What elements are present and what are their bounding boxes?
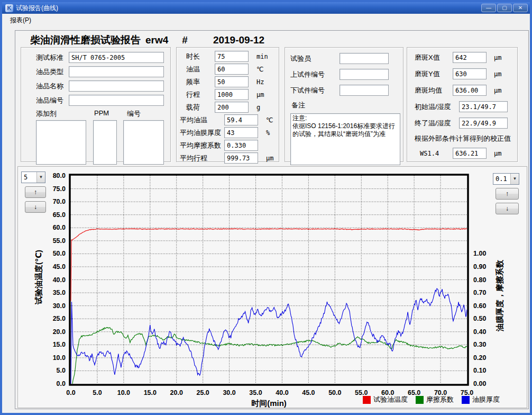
additive-labels: 添加剂 PPM 编号 [36,109,164,119]
test-standard-input[interactable] [69,52,164,63]
oil-type-label: 油品类型 [36,67,69,77]
wear-x-label: 磨斑X值 [415,53,453,62]
oil-temp-label: 油温 [186,65,215,74]
avg-oil-temp-label: 平均油温 [180,115,224,125]
svg-text:0.80: 0.80 [473,276,486,284]
oil-name-input[interactable] [69,80,164,92]
wear-y-input[interactable] [453,68,487,79]
client-area: 柴油润滑性磨损试验报告erw4#2019-09-12 测试标准 油品类型 油品名… [2,26,530,413]
svg-text:10.0: 10.0 [117,389,130,396]
upper-specimen-input[interactable] [340,69,389,80]
field-row: 油品类型 [36,66,164,77]
svg-text:20.0: 20.0 [170,389,183,396]
oil-name-label: 油品名称 [36,82,69,91]
svg-text:25.0: 25.0 [196,389,209,396]
oil-temp-input[interactable] [215,64,249,75]
left-scale-dropdown[interactable]: 5 ▼ [21,172,45,183]
avg-film-label: 平均油膜厚度 [180,128,224,138]
additive-listbox[interactable] [36,120,86,165]
svg-text:10.0: 10.0 [53,354,66,362]
avg-stroke-input[interactable] [224,152,258,164]
ppm-label: PPM [94,109,127,119]
wear-avg-input[interactable] [453,85,487,96]
right-scale-dropdown[interactable]: 0.1 ▼ [493,173,519,185]
additive-label: 添加剂 [36,109,94,119]
additive-no-listbox[interactable] [123,120,164,165]
init-temp-humidity-input[interactable] [459,101,508,112]
stroke-unit: μm [256,91,264,98]
window-title: 试验报告(曲线) [16,4,480,13]
maximize-icon[interactable]: ▢ [497,4,512,12]
menu-report[interactable]: 报表(P) [6,14,35,26]
correction-label: 根据外部条件计算得到的校正值 [415,134,513,143]
svg-text:5.0: 5.0 [93,389,102,396]
right-scale-value: 0.1 [493,175,510,183]
load-unit: g [256,104,260,111]
remark-textarea[interactable]: 注意: 依据ISO 12156-1:2016标准要求进行的试验，其结果以“磨斑均… [290,113,400,165]
avg-oil-temp-unit: ℃ [266,116,273,124]
final-temp-humidity-input[interactable] [459,118,508,129]
oil-no-input[interactable] [69,95,164,106]
svg-text:65.0: 65.0 [53,211,66,219]
film-swatch [462,396,470,404]
ppm-listbox[interactable] [93,120,117,165]
duration-label: 时长 [186,52,215,61]
field-row: 下试件编号 [290,85,399,96]
legend-label: 摩擦系数 [426,395,454,404]
right-scale-up-button[interactable]: ↑ [496,188,519,200]
avg-film-input[interactable] [224,127,258,138]
param-row: 时长 min [186,51,274,62]
result-row: 磨斑X值 μm [415,52,513,63]
svg-text:40.0: 40.0 [276,389,288,396]
avg-oil-temp-input[interactable] [224,114,258,125]
chevron-down-icon: ▼ [510,174,519,184]
svg-text:15.0: 15.0 [144,389,157,396]
menu-bar: 报表(P) [2,14,530,26]
left-scale-down-button[interactable]: ↓ [25,201,46,213]
svg-text:1.00: 1.00 [473,250,486,257]
svg-text:0.60: 0.60 [473,302,486,310]
wear-x-input[interactable] [453,52,487,63]
field-row: 试验员 [290,53,399,64]
oil-no-label: 油品编号 [36,96,69,105]
final-temp-humidity-label: 终了温/湿度 [415,119,459,128]
load-input[interactable] [215,102,249,113]
stroke-input[interactable] [215,89,249,100]
report-panel: 柴油润滑性磨损试验报告erw4#2019-09-12 测试标准 油品类型 油品名… [15,30,529,409]
friction-swatch [416,396,424,404]
svg-text:80.0: 80.0 [53,172,66,179]
result-row: 终了温/湿度 [415,118,513,129]
svg-text:50.0: 50.0 [53,250,66,257]
frequency-input[interactable] [215,76,249,87]
ws14-unit: μm [494,150,501,157]
lower-specimen-label: 下试件编号 [290,86,340,95]
avg-friction-input[interactable] [224,140,258,151]
avg-stroke-unit: μm [266,155,273,162]
param-row: 载荷 g [186,102,274,113]
lower-specimen-input[interactable] [340,85,389,96]
minimize-icon[interactable]: — [481,4,496,12]
field-row: 上试件编号 [290,69,399,80]
svg-text:30.0: 30.0 [223,389,235,396]
svg-text:15.0: 15.0 [53,341,66,348]
chart-legend: 试验油温度 摩擦系数 油膜厚度 [363,395,508,404]
param-row: 油温 ℃ [186,64,274,75]
svg-text:30.0: 30.0 [53,302,66,310]
duration-input[interactable] [215,51,249,62]
svg-text:50.0: 50.0 [328,389,341,396]
operator-input[interactable] [340,53,389,64]
svg-text:试验油温度(℃): 试验油温度(℃) [34,250,43,305]
operator-group: 试验员 上试件编号 下试件编号 备注 注意: 依据ISO 12156-1:201… [285,47,403,162]
oil-type-input[interactable] [69,66,164,77]
upper-specimen-label: 上试件编号 [290,70,340,79]
svg-text:时间(min): 时间(min) [251,399,287,408]
svg-text:35.0: 35.0 [53,289,66,296]
close-icon[interactable]: ✕ [513,4,528,12]
svg-text:0.00: 0.00 [473,380,486,387]
oil-info-group: 测试标准 油品类型 油品名称 油品编号 添加剂 PPM [21,47,171,162]
stroke-label: 行程 [186,90,215,100]
wear-y-label: 磨斑Y值 [415,69,453,79]
ws14-input[interactable] [453,148,487,159]
right-scale-down-button[interactable]: ↓ [496,203,519,214]
left-scale-up-button[interactable]: ↑ [25,186,46,198]
